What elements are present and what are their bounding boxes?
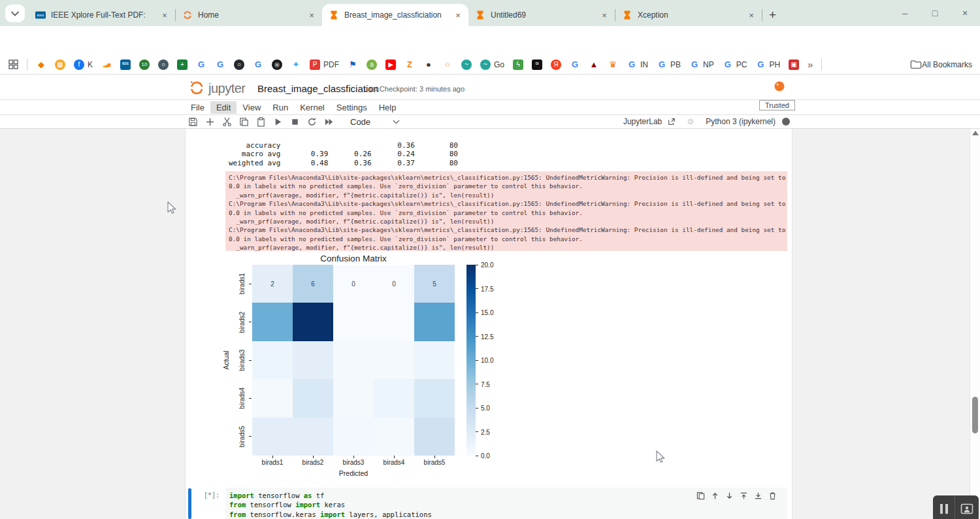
bookmark-item[interactable]: + [177, 59, 188, 70]
copy-icon[interactable] [239, 117, 249, 127]
bookmark-item[interactable]: 10 [139, 59, 150, 70]
tab-close-icon[interactable]: × [599, 10, 610, 20]
tab-close-icon[interactable]: × [306, 10, 317, 20]
bookmark-item[interactable]: G [215, 59, 225, 70]
run-icon[interactable] [273, 117, 283, 127]
menu-view[interactable]: View [237, 101, 267, 114]
browser-toolbar: localhost:8888/notebooks/Breast_image_cl… [0, 26, 980, 55]
menu-settings[interactable]: Settings [331, 101, 373, 114]
tab-close-icon[interactable]: × [746, 10, 757, 20]
duplicate-cell-icon[interactable] [696, 492, 705, 500]
browser-tab-xception[interactable]: Xception× [615, 4, 762, 26]
menu-help[interactable]: Help [373, 101, 402, 114]
scrollbar-up-arrow[interactable] [972, 131, 979, 135]
cell-value-label: 6 [311, 280, 315, 288]
bookmark-item[interactable]: ~Go [480, 59, 504, 70]
bookmark-item[interactable]: ~ [461, 59, 472, 70]
pause-recording-button[interactable] [933, 495, 955, 519]
run-all-icon[interactable] [324, 117, 334, 127]
move-cell-up-icon[interactable] [711, 492, 719, 500]
bookmark-item[interactable]: GPC [723, 59, 747, 70]
bookmark-item[interactable]: ▦ [55, 59, 65, 70]
browser-tab-ieee-xplore-full-text-pdf[interactable]: IEEEIEEE Xplore Full-Text PDF:× [29, 4, 175, 26]
close-window-button[interactable]: × [950, 8, 980, 18]
bookmark-item[interactable]: G [570, 59, 580, 70]
jupyterlab-link[interactable]: JupyterLab [623, 117, 662, 126]
scrollbar-thumb[interactable] [972, 397, 978, 433]
all-bookmarks[interactable]: All Bookmarks [910, 55, 972, 74]
tab-close-icon[interactable]: × [453, 10, 463, 20]
x-tick-label: birads1 [262, 459, 284, 466]
delete-cell-icon[interactable] [768, 492, 777, 500]
scrollbar-track[interactable] [970, 129, 980, 519]
bookmark-item[interactable]: Z [404, 59, 415, 70]
bookmark-item[interactable]: GPB [657, 59, 681, 70]
insert-cell-below-icon[interactable] [754, 492, 762, 500]
tab-close-icon[interactable]: × [159, 10, 170, 20]
bookmark-item[interactable]: Я [551, 59, 561, 70]
menu-file[interactable]: File [185, 101, 210, 114]
apps-grid-icon[interactable] [8, 59, 18, 69]
bookmark-item[interactable]: ▂▄▆ [101, 59, 112, 70]
bookmark-item[interactable]: PPDF [310, 59, 339, 70]
heatmap: 26005 [252, 265, 455, 456]
bookmark-item[interactable]: G [253, 59, 263, 70]
kernel-name[interactable]: Python 3 (ipykernel) [706, 117, 776, 126]
bookmark-favicon: ○ [234, 59, 244, 70]
menu-run[interactable]: Run [267, 101, 294, 114]
bookmark-favicon: G [196, 59, 206, 70]
insert-cell-above-icon[interactable] [740, 492, 748, 500]
maximize-button[interactable]: □ [920, 8, 950, 18]
trusted-badge[interactable]: Trusted [759, 100, 795, 110]
hourglass-favicon [622, 10, 632, 20]
tab-search-button[interactable] [5, 5, 25, 22]
bookmark-item[interactable]: ✦ [291, 59, 301, 70]
notebook-title[interactable]: Breast_image_classficiation [257, 83, 379, 94]
bookmark-favicon: P [310, 59, 320, 70]
menu-kernel[interactable]: Kernel [294, 101, 331, 114]
paste-icon[interactable] [256, 117, 266, 127]
stop-icon[interactable] [290, 117, 300, 127]
minimize-button[interactable]: – [890, 8, 920, 18]
browser-tab-untitled69[interactable]: Untitled69× [468, 4, 615, 26]
bookmark-item[interactable]: ♛ [608, 59, 618, 70]
bookmark-item[interactable]: GIN [627, 59, 648, 70]
bookmark-item[interactable]: GPH [755, 59, 780, 70]
bookmark-item[interactable]: ○ [442, 59, 453, 70]
classification-report-output: accuracy 0.36 80 macro avg 0.39 0.26 0.2… [229, 141, 458, 167]
bookmark-item[interactable]: ▶ [385, 59, 396, 70]
add-cell-icon[interactable] [205, 117, 215, 127]
bookmark-item[interactable]: GNP [689, 59, 714, 70]
bookmark-item[interactable]: ▣ [789, 59, 799, 70]
bookmark-item[interactable]: a [367, 59, 377, 70]
webcam-toggle-button[interactable] [955, 503, 979, 514]
bookmark-item[interactable]: ○ [234, 59, 244, 70]
bookmark-item[interactable]: fK [74, 59, 93, 70]
heatmap-cell-birads4-birads5 [414, 379, 455, 417]
bookmark-item[interactable]: ▲ [589, 59, 599, 70]
heatmap-cell-birads3-birads5 [414, 341, 455, 379]
bookmark-item[interactable]: IEEE [120, 59, 131, 70]
bookmark-item[interactable]: ● [423, 59, 434, 70]
new-tab-button[interactable]: + [769, 8, 776, 22]
bookmarks-overflow-icon[interactable]: » [808, 59, 813, 70]
bookmark-item[interactable]: ⚑ [348, 59, 358, 70]
bookmark-item[interactable]: ◉ [272, 59, 282, 70]
bookmark-item[interactable]: GI [532, 59, 542, 70]
cut-icon[interactable] [222, 117, 232, 127]
y-tick-label: birads4 [238, 388, 246, 409]
save-icon[interactable] [188, 117, 198, 127]
browser-tab-home[interactable]: Home× [176, 4, 322, 26]
bookmark-item[interactable]: ϟ [513, 59, 523, 70]
browser-tab-breast-image-classficiation[interactable]: Breast_image_classficiation× [322, 4, 468, 26]
colorbar-tick [476, 265, 478, 265]
bookmark-item[interactable]: G [196, 59, 206, 70]
apps-grid-icon [8, 59, 18, 69]
cell-type-dropdown[interactable]: Code [350, 117, 400, 127]
bookmark-item[interactable]: ◆ [36, 59, 46, 70]
menu-edit[interactable]: Edit [210, 101, 237, 114]
restart-kernel-icon[interactable] [307, 117, 317, 127]
move-cell-down-icon[interactable] [725, 492, 734, 500]
bookmark-item[interactable]: ○ [158, 59, 169, 70]
bookmark-favicon: G [657, 59, 667, 70]
